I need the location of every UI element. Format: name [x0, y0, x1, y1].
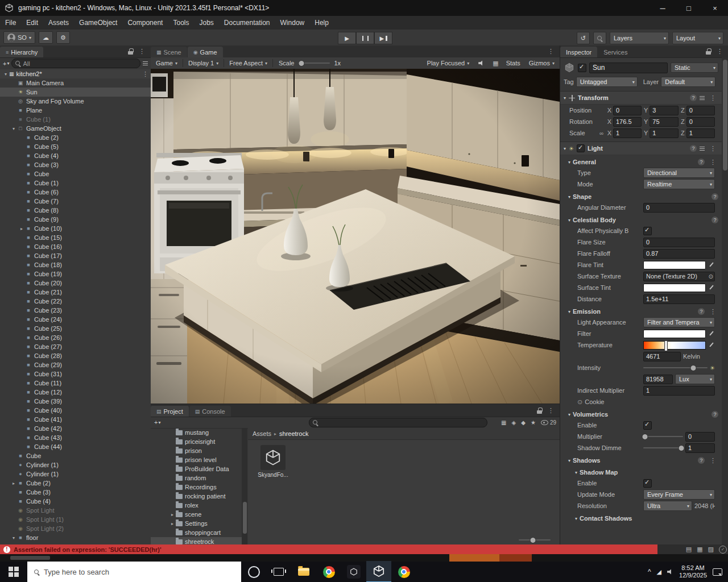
hierarchy-row[interactable]: Cube (43) — [0, 433, 151, 442]
asset-item[interactable]: SkyandFo... — [257, 445, 289, 478]
expand-arrow[interactable] — [10, 126, 17, 131]
shape-section-header[interactable]: ▾ Shape ? — [560, 192, 722, 202]
hierarchy-row[interactable]: Cube (4) — [0, 151, 151, 160]
error-message[interactable]: Assertion failed on expression: 'SUCCEED… — [14, 546, 162, 553]
tab-hierarchy[interactable]: ≡ Hierarchy — [0, 47, 43, 57]
hierarchy-row[interactable]: Cube (2) — [0, 133, 151, 142]
folder-row[interactable]: rolex — [151, 501, 242, 510]
link-icon[interactable]: ∞ — [598, 130, 605, 136]
contact-shadows-header[interactable]: ▾ Contact Shadows — [560, 513, 722, 523]
static-dropdown[interactable]: Static — [671, 63, 718, 73]
link-icon[interactable]: ∞ — [598, 119, 605, 125]
foldout-arrow[interactable]: ▾ — [568, 309, 570, 314]
filter-icon[interactable] — [143, 61, 148, 65]
hierarchy-row[interactable]: Cube (44) — [0, 442, 151, 451]
foldout-arrow[interactable]: ▾ — [564, 95, 566, 101]
hierarchy-row[interactable]: Cube (42) — [0, 424, 151, 433]
minimize-button[interactable]: ─ — [650, 0, 676, 16]
help-icon[interactable]: ? — [698, 308, 705, 315]
menu-item[interactable]: Assets — [43, 16, 74, 30]
folder-row[interactable]: prison level — [151, 455, 242, 464]
unity-hub-button[interactable] — [341, 562, 366, 582]
menu-item[interactable]: File — [0, 16, 21, 30]
kebab-menu-icon[interactable]: ⋮ — [708, 159, 718, 166]
intensity-knob[interactable] — [690, 365, 697, 371]
hierarchy-row[interactable]: Cube (17) — [0, 251, 151, 260]
expand-arrow[interactable] — [169, 521, 176, 526]
shadow-map-header[interactable]: ▾ Shadow Map — [560, 467, 722, 477]
hierarchy-row[interactable]: Cube (3) — [0, 160, 151, 169]
x-field[interactable]: 1 — [613, 128, 642, 138]
file-explorer-button[interactable] — [291, 562, 316, 582]
foldout-arrow[interactable]: ▾ — [575, 516, 577, 521]
folder-row[interactable]: prison — [151, 446, 242, 455]
kebab-menu-icon[interactable]: ⋮ — [708, 308, 718, 315]
expand-arrow[interactable] — [169, 512, 176, 517]
folder-row[interactable]: random — [151, 473, 242, 483]
foldout-arrow[interactable]: ▾ — [575, 470, 577, 475]
kebab-menu-icon[interactable]: ⋮ — [545, 407, 556, 414]
kebab-menu-icon[interactable]: ⋮ — [708, 145, 718, 152]
network-icon[interactable]: ◢ — [657, 568, 661, 576]
type-dropdown[interactable]: Directional — [643, 168, 715, 178]
create-asset-button[interactable]: + ▾ — [154, 419, 160, 426]
folder-row[interactable]: mustang — [151, 428, 242, 437]
hierarchy-row[interactable]: Cube (16) — [0, 242, 151, 251]
hierarchy-row[interactable]: Cube (26) — [0, 333, 151, 342]
menu-item[interactable]: Help — [309, 16, 334, 30]
inspector-scrollbar[interactable] — [722, 57, 728, 544]
add-object-button[interactable]: + ▾ — [3, 60, 9, 67]
celestial-section-header[interactable]: ▾ Celestial Body ? — [560, 215, 722, 225]
object-name-field[interactable]: Sun — [589, 63, 668, 73]
stats-toggle[interactable]: Stats — [506, 60, 520, 66]
expand-arrow[interactable] — [10, 481, 17, 486]
menu-item[interactable]: GameObject — [74, 16, 122, 30]
hierarchy-row[interactable]: Cylinder (1) — [0, 460, 151, 469]
scene-header-row[interactable]: ▦ kitchen2* ⋮ — [0, 69, 151, 78]
intensity-slider[interactable] — [643, 367, 708, 368]
maximize-button[interactable]: □ — [676, 0, 702, 16]
foldout-arrow[interactable]: ▾ — [568, 160, 570, 165]
y-field[interactable]: 3 — [650, 106, 678, 115]
menu-item[interactable]: Component — [122, 16, 168, 30]
help-icon[interactable]: ? — [712, 193, 718, 200]
status-bar[interactable]: ! Assertion failed on expression: 'SUCCE… — [0, 544, 728, 554]
hierarchy-row[interactable]: Cube (2) — [0, 479, 151, 488]
display-dropdown[interactable]: Display 1 — [183, 57, 224, 69]
menu-item[interactable]: Edit — [21, 16, 43, 30]
breadcrumb-root[interactable]: Assets — [253, 430, 271, 437]
tray-expand-icon[interactable]: ^ — [648, 568, 651, 576]
mode-dropdown[interactable]: Realtime — [643, 179, 715, 189]
hierarchy-row[interactable]: Cube (23) — [0, 306, 151, 315]
expand-arrow[interactable] — [2, 72, 9, 77]
start-button[interactable] — [0, 562, 27, 582]
affect-physically-checkbox[interactable] — [643, 227, 652, 235]
play-button[interactable]: ▶ — [338, 32, 356, 44]
flare-size-field[interactable]: 0 — [643, 238, 715, 247]
menu-item[interactable]: Jobs — [194, 16, 218, 30]
folder-row[interactable]: Recordings — [151, 483, 242, 492]
folder-row[interactable]: rocking patient — [151, 492, 242, 501]
filter-color-swatch[interactable] — [643, 330, 706, 338]
hierarchy-row[interactable]: Cube (24) — [0, 315, 151, 324]
hierarchy-row[interactable]: Cylinder (1) — [0, 469, 151, 479]
taskbar-search-input[interactable]: Type here to search — [27, 562, 241, 582]
shadow-dimmer-field[interactable]: 1 — [685, 443, 715, 453]
hierarchy-row[interactable]: Cube (12) — [0, 388, 151, 397]
scale-slider[interactable] — [298, 63, 330, 64]
play-focused-dropdown[interactable]: Play Focused — [422, 57, 475, 69]
tag-dropdown[interactable]: Untagged — [576, 77, 638, 87]
eyedropper-icon[interactable] — [708, 284, 715, 291]
hierarchy-row[interactable]: Spot Light (1) — [0, 515, 151, 524]
scrollbar-thumb[interactable] — [243, 502, 247, 534]
hierarchy-row[interactable]: Cube (1) — [0, 115, 151, 124]
z-field[interactable]: 0 — [686, 106, 715, 115]
cache-icon[interactable]: ▨ — [708, 546, 714, 553]
task-view-button[interactable] — [266, 562, 291, 582]
link-icon[interactable]: ∞ — [598, 107, 605, 114]
hierarchy-row[interactable]: Cube (31) — [0, 369, 151, 379]
shadows-section-header[interactable]: ▾ Shadows ?⋮ — [560, 455, 722, 465]
close-button[interactable]: × — [702, 0, 728, 16]
render-target-dropdown[interactable]: Game — [151, 57, 183, 69]
volumetrics-section-header[interactable]: ▾ Volumetrics ? — [560, 409, 722, 419]
